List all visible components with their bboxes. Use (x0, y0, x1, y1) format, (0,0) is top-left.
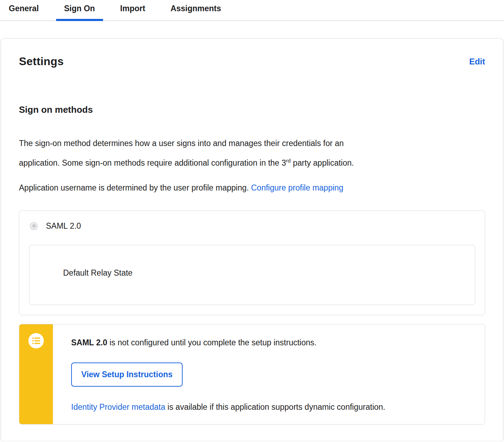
edit-link[interactable]: Edit (469, 57, 485, 67)
username-mapping-text: Application username is determined by th… (19, 179, 485, 196)
list-icon (28, 333, 44, 348)
sign-on-methods-heading: Sign on methods (19, 104, 485, 115)
saml-radio-row: SAML 2.0 (29, 221, 475, 231)
ordinal-superscript: rd (286, 158, 291, 164)
tab-general[interactable]: General (1, 0, 47, 20)
warning-strip (19, 324, 53, 424)
warning-content: SAML 2.0 is not configured until you com… (53, 324, 485, 424)
saml-warning-callout: SAML 2.0 is not configured until you com… (19, 324, 485, 424)
warning-message-rest: is not configured until you complete the… (107, 338, 316, 347)
metadata-text-rest: is available if this application support… (165, 402, 385, 412)
relay-state-label: Default Relay State (63, 268, 132, 278)
view-setup-instructions-button[interactable]: View Setup Instructions (71, 362, 183, 387)
identity-provider-metadata-link[interactable]: Identity Provider metadata (71, 402, 165, 412)
description-line-2-text: application. Some sign-on methods requir… (19, 158, 286, 167)
saml-radio-button[interactable] (30, 222, 38, 230)
settings-card-header: Settings Edit (19, 39, 485, 68)
settings-card: Settings Edit Sign on methods The sign-o… (1, 38, 503, 441)
description-line-2: application. Some sign-on methods requir… (19, 152, 485, 172)
description-line-1: The sign-on method determines how a user… (19, 135, 485, 152)
configure-profile-mapping-link[interactable]: Configure profile mapping (251, 183, 343, 192)
description-line-2-tail: party application. (291, 158, 354, 167)
page-title: Settings (19, 55, 64, 68)
saml-method-box: SAML 2.0 Default Relay State (19, 210, 485, 315)
tab-assignments[interactable]: Assignments (162, 0, 229, 20)
metadata-text: Identity Provider metadata is available … (71, 399, 471, 416)
sign-on-description: The sign-on method determines how a user… (19, 135, 485, 172)
warning-message-bold: SAML 2.0 (71, 338, 107, 347)
warning-message: SAML 2.0 is not configured until you com… (71, 337, 471, 348)
saml-radio-label: SAML 2.0 (46, 221, 81, 231)
app-tab-bar: General Sign On Import Assignments (0, 0, 504, 21)
tab-sign-on[interactable]: Sign On (56, 0, 103, 20)
tab-import[interactable]: Import (112, 0, 154, 20)
relay-state-panel: Default Relay State (29, 245, 475, 305)
username-mapping-static: Application username is determined by th… (19, 183, 251, 192)
